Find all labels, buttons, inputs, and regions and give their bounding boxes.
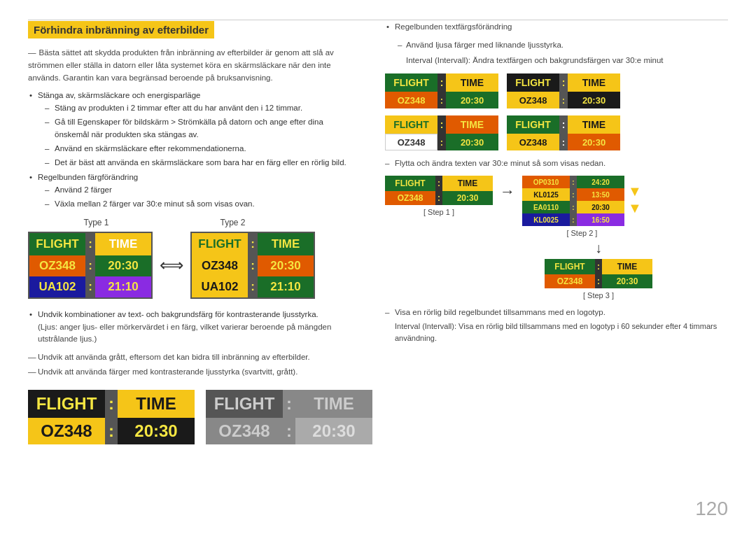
gray-board-header-colon: : <box>283 390 295 418</box>
step2-label: [ Step 2 ] <box>566 229 597 237</box>
sfb-r1r-flight: FLIGHT <box>507 73 559 92</box>
step1-to-step2-arrow: → <box>500 183 515 201</box>
sfb-r2l-flight: FLIGHT <box>385 115 438 134</box>
type1-row2-val: 21:10 <box>95 276 151 297</box>
sfb-r1r-val: 20:30 <box>568 92 620 108</box>
right-board-r1-left: FLIGHT : TIME OZ348 : 20:30 <box>385 73 498 108</box>
step2-to-step3-arrow: ↓ <box>469 240 728 256</box>
black-board-header-colon: : <box>105 390 118 418</box>
sfb-r2r-hcolon: : <box>559 115 568 134</box>
type2-header-row: FLIGHT : TIME <box>192 233 314 255</box>
sub-item-color-2: Växla mellan 2 färger var 30:e minut så … <box>45 198 357 211</box>
sb-r2-val: 20:30 <box>577 201 624 213</box>
note-gray: Undvik att använda grått, eftersom det k… <box>28 351 357 363</box>
step2-content: OP0310 : 24:20 KL0125 : 13:50 EA0110 : <box>522 176 642 226</box>
type1-header-row: FLIGHT : TIME <box>29 233 151 255</box>
sfb-r1l-num: OZ348 <box>385 92 438 108</box>
sub-item-2: Gå till Egenskaper för bildskärm > Ström… <box>45 116 357 141</box>
sfb-r2l-hcolon: : <box>438 115 446 134</box>
sfb-r2l-num: OZ348 <box>385 134 438 150</box>
type2-header-colon: : <box>248 233 258 255</box>
right-column: Regelbunden textfärgsförändring Använd l… <box>378 21 728 520</box>
page-number: 120 <box>695 498 728 520</box>
type-boards-row: FLIGHT : TIME OZ348 : 20:30 UA102 : 21:1… <box>28 232 357 299</box>
type1-time-label: TIME <box>95 233 151 255</box>
type1-row1: OZ348 : 20:30 <box>29 255 151 276</box>
sfb-r1l-time: TIME <box>446 73 498 92</box>
sb-r2-num: EA0110 <box>522 201 570 213</box>
type1-header-colon: : <box>85 233 95 255</box>
sb-row0: OP0310 : 24:20 <box>522 176 624 188</box>
sfb-r2l-time: TIME <box>446 115 498 134</box>
moving-image-interval: Interval (Intervall): Visa en rörlig bil… <box>385 321 728 344</box>
sfb-r2l-val: 20:30 <box>446 134 498 150</box>
sfb-r1r-num: OZ348 <box>507 92 559 108</box>
type1-row2-colon: : <box>85 276 95 297</box>
step1-val: 20:30 <box>442 191 493 205</box>
step3-time: TIME <box>602 259 652 274</box>
step3-row: OZ348 : 20:30 <box>545 274 652 288</box>
sfb-r1r-header: FLIGHT : TIME <box>507 73 620 92</box>
step1-rcolon: : <box>435 191 442 205</box>
sfb-r1r-hcolon: : <box>559 73 568 92</box>
step1-board: FLIGHT : TIME OZ348 : 20:30 <box>385 176 493 205</box>
type1-flight-board: FLIGHT : TIME OZ348 : 20:30 UA102 : 21:1… <box>28 232 153 299</box>
type1-label: Type 1 <box>28 218 164 227</box>
step3-val: 20:30 <box>602 274 652 288</box>
sb-r3-num: KL0025 <box>522 213 570 226</box>
right-boards-row1: FLIGHT : TIME OZ348 : 20:30 FLIGHT : TIM… <box>385 73 728 108</box>
sfb-r2r-rcolon: : <box>559 134 568 150</box>
step1-flight: FLIGHT <box>385 176 435 191</box>
sfb-r1l-rcolon: : <box>438 92 446 108</box>
sfb-r2l-rcolon: : <box>438 134 446 150</box>
black-board-num: OZ348 <box>28 418 105 444</box>
section-heading: Förhindra inbränning av efterbilder <box>28 21 214 38</box>
sfb-r2r-row: OZ348 : 20:30 <box>507 134 620 150</box>
type2-row2-num: UA102 <box>192 276 248 297</box>
black-board-row: OZ348 : 20:30 <box>28 418 195 444</box>
sfb-r2r-val: 20:30 <box>568 134 620 150</box>
sb-row1: KL0125 : 13:50 <box>522 188 624 201</box>
note1-sub: (Ljus: anger ljus- eller mörkervärdet i … <box>38 321 357 346</box>
type1-flight-label: FLIGHT <box>29 233 85 255</box>
gray-board-time: TIME <box>295 390 372 418</box>
sb-row3: KL0025 : 16:50 <box>522 213 624 226</box>
sfb-r1r-rcolon: : <box>559 92 568 108</box>
right-bullet1: Regelbunden textfärgsförändring <box>385 21 728 34</box>
sub-item-color-1: Använd 2 färger <box>45 184 357 197</box>
gray-flight-board: FLIGHT : TIME OZ348 : 20:30 <box>206 390 372 444</box>
type2-row2: UA102 : 21:10 <box>192 276 314 297</box>
bullet-item-screensaver: Stänga av, skärmsläckare och energisparl… <box>28 90 357 169</box>
type2-row1-colon: : <box>248 255 258 276</box>
top-separator <box>28 20 728 20</box>
type1-row1-colon: : <box>85 255 95 276</box>
sb-r0-num: OP0310 <box>522 176 570 188</box>
step3-header: FLIGHT : TIME <box>545 259 652 274</box>
down-arrow-2: ▼ <box>628 199 642 216</box>
sfb-r1l-flight: FLIGHT <box>385 73 438 92</box>
sb-r2-c: : <box>570 201 577 213</box>
step3-rcolon: : <box>595 274 602 288</box>
sfb-r1l-row: OZ348 : 20:30 <box>385 92 498 108</box>
type2-row2-val: 21:10 <box>258 276 314 297</box>
right-dash1: Använd ljusa färger med liknande ljussty… <box>385 39 728 52</box>
sub-item-1: Stäng av produkten i 2 timmar efter att … <box>45 102 357 115</box>
gray-board-row-colon: : <box>283 418 295 444</box>
down-arrows: ▼ ▼ <box>628 183 642 216</box>
sb-r1-num: KL0125 <box>522 188 570 201</box>
bottom-boards-row: FLIGHT : TIME OZ348 : 20:30 FLIGHT : TIM… <box>28 390 357 444</box>
step3-label: [ Step 3 ] <box>583 291 614 300</box>
steps-row: FLIGHT : TIME OZ348 : 20:30 [ Step 1 ] → <box>385 176 728 237</box>
sfb-r2r-header: FLIGHT : TIME <box>507 115 620 134</box>
black-board-time: TIME <box>118 390 195 418</box>
sfb-r2l-row: OZ348 : 20:30 <box>385 134 498 150</box>
black-flight-board: FLIGHT : TIME OZ348 : 20:30 <box>28 390 195 444</box>
moving-image-bullet: Visa en rörlig bild regelbundet tillsamm… <box>385 307 728 319</box>
sub-list-color: Använd 2 färger Växla mellan 2 färger va… <box>45 184 357 211</box>
step3-num: OZ348 <box>545 274 595 288</box>
bullet-list-1: Stänga av, skärmsläckare och energisparl… <box>28 90 357 210</box>
note-contrast-brightness: Undvik att använda färger med kontraster… <box>28 366 357 378</box>
step2-stacked-board: OP0310 : 24:20 KL0125 : 13:50 EA0110 : <box>522 176 624 226</box>
sfb-r1r-row: OZ348 : 20:30 <box>507 92 620 108</box>
sb-r0-c: : <box>570 176 577 188</box>
